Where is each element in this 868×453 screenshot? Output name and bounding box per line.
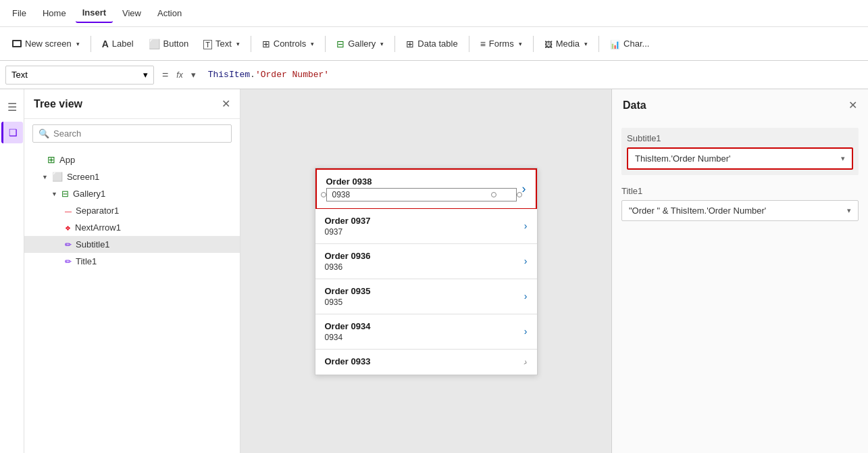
- data-header: Data ✕: [612, 89, 868, 121]
- forms-icon: [480, 39, 486, 49]
- forms-button[interactable]: Forms ▾: [474, 34, 529, 53]
- gallery-row-4[interactable]: Order 0934 0934 ›: [315, 314, 537, 350]
- gallery-row-text-4: Order 0934 0934: [325, 321, 524, 342]
- tree-item-subtitle1[interactable]: Subtitle1: [24, 236, 240, 253]
- controls-button[interactable]: Controls ▾: [255, 34, 321, 53]
- toolbar: New screen ▾ Label Button Text ▾ Control…: [0, 27, 868, 61]
- tree-close-button[interactable]: ✕: [222, 97, 230, 110]
- title1-field-group: Title1 "Order " & ThisItem.'Order Number…: [621, 186, 859, 221]
- chart-icon: [610, 39, 620, 49]
- subtitle1-label: Subtitle1: [627, 133, 853, 143]
- tree-header: Tree view ✕: [24, 89, 240, 119]
- gallery-row-text-5: Order 0933: [325, 356, 524, 368]
- tree-label-subtitle1: Subtitle1: [76, 239, 110, 249]
- gallery-row-5[interactable]: Order 0933 ›: [315, 350, 537, 375]
- menu-home[interactable]: Home: [36, 4, 73, 22]
- gallery-title-3: Order 0935: [325, 286, 524, 296]
- nextarrow-icon: [65, 222, 71, 233]
- gallery-row-text-1: Order 0937 0937: [325, 216, 524, 237]
- gallery-chevron-0: ›: [522, 182, 526, 196]
- tree-item-screen1[interactable]: ▼ Screen1: [24, 168, 240, 185]
- title1-label: Title1: [621, 186, 859, 196]
- data-panel-title: Data: [623, 99, 646, 112]
- menu-file[interactable]: File: [5, 4, 33, 22]
- tree-item-title1[interactable]: Title1: [24, 253, 240, 270]
- search-input[interactable]: [53, 128, 226, 139]
- gallery-row-selected[interactable]: Order 0938 0938 ›: [315, 168, 537, 209]
- app-icon: [47, 154, 55, 165]
- hamburger-nav-icon[interactable]: [1, 96, 23, 118]
- chart-button[interactable]: Char...: [603, 34, 656, 53]
- datatable-icon: [406, 39, 414, 49]
- button-icon: [149, 39, 160, 49]
- media-chevron: ▾: [584, 41, 588, 47]
- media-button[interactable]: Media ▾: [538, 34, 594, 53]
- separator-icon: [65, 206, 72, 216]
- gallery-row-text-2: Order 0936 0936: [325, 251, 524, 272]
- new-screen-button[interactable]: New screen ▾: [5, 34, 86, 53]
- media-icon: [544, 39, 553, 49]
- subtitle1-chevron: ▾: [841, 154, 845, 163]
- data-panel-close-button[interactable]: ✕: [848, 99, 857, 112]
- gallery-tree-icon: [61, 189, 69, 199]
- handle-right: [517, 192, 522, 197]
- gallery-subtitle-2: 0936: [325, 262, 524, 272]
- equals-sign: =: [158, 69, 172, 81]
- fx-chevron: ▾: [187, 70, 200, 80]
- menu-insert[interactable]: Insert: [76, 3, 113, 23]
- tree-panel: Tree view ✕ 🔍 App ▼ Screen1: [24, 89, 240, 453]
- toolbar-separator-6: [533, 36, 534, 52]
- text-button[interactable]: Text ▾: [197, 34, 247, 53]
- label-button[interactable]: Label: [95, 34, 141, 53]
- tree-chevron-gallery1: ▼: [51, 191, 57, 197]
- formula-input[interactable]: ThisItem.'Order Number': [204, 70, 863, 80]
- formula-dropdown[interactable]: Text ▾: [5, 66, 154, 85]
- layers-nav-icon[interactable]: [1, 122, 23, 143]
- tree-label-gallery1: Gallery1: [73, 189, 105, 199]
- text-icon: [203, 39, 212, 49]
- menu-bar: File Home Insert View Action: [0, 0, 868, 27]
- tree-item-app[interactable]: App: [24, 151, 240, 168]
- menu-action[interactable]: Action: [151, 4, 188, 22]
- toolbar-separator-1: [91, 36, 91, 52]
- gallery-row-2[interactable]: Order 0936 0936 ›: [315, 244, 537, 279]
- menu-view[interactable]: View: [116, 4, 148, 22]
- gallery-subtitle-3: 0935: [325, 297, 524, 307]
- gallery-row-text-3: Order 0935 0935: [325, 286, 524, 307]
- tree-item-nextarrow1[interactable]: NextArrow1: [24, 219, 240, 236]
- gallery-title-0: Order 0938: [326, 176, 517, 187]
- tree-label-screen1: Screen1: [67, 172, 99, 182]
- screen-icon: [12, 40, 22, 47]
- title1-chevron: ▾: [847, 206, 851, 215]
- hamburger-icon: [7, 101, 17, 114]
- subtitle1-field-group: Subtitle1 ThisItem.'Order Number' ▾: [621, 128, 859, 175]
- gallery-button[interactable]: Gallery ▾: [330, 34, 390, 53]
- tree-item-gallery1[interactable]: ▼ Gallery1: [24, 185, 240, 202]
- toolbar-separator-5: [469, 36, 469, 52]
- left-nav: [0, 89, 24, 453]
- subtitle-icon: [65, 239, 72, 249]
- fx-container: ▾: [176, 70, 199, 80]
- data-table-button[interactable]: Data table: [399, 34, 464, 53]
- subtitle-edit-field[interactable]: 0938: [326, 188, 517, 201]
- gallery-row-1[interactable]: Order 0937 0937 ›: [315, 209, 537, 244]
- title1-select[interactable]: "Order " & ThisItem.'Order Number' ▾: [621, 200, 859, 221]
- search-icon: 🔍: [39, 128, 49, 139]
- forms-chevron: ▾: [519, 41, 522, 47]
- canvas-area: Order 0938 0938 › Order 0937 0937: [240, 89, 611, 453]
- gallery-row-3[interactable]: Order 0935 0935 ›: [315, 279, 537, 314]
- tree-item-separator1[interactable]: Separator1: [24, 202, 240, 219]
- gallery-chevron-4: ›: [524, 326, 528, 337]
- data-panel: Data ✕ Subtitle1 ThisItem.'Order Number'…: [611, 89, 868, 453]
- tree-chevron-screen1: ▼: [42, 174, 48, 181]
- toolbar-separator-4: [394, 36, 395, 52]
- formula-keyword: ThisItem: [208, 70, 250, 80]
- button-button[interactable]: Button: [142, 34, 196, 53]
- gallery-title-4: Order 0934: [325, 321, 524, 331]
- title-icon: [65, 256, 72, 266]
- controls-icon: [262, 39, 270, 49]
- fx-icon: [176, 70, 182, 80]
- handle-left: [321, 192, 326, 197]
- subtitle-edit-area: 0938: [326, 188, 517, 201]
- subtitle1-select[interactable]: ThisItem.'Order Number' ▾: [627, 147, 853, 170]
